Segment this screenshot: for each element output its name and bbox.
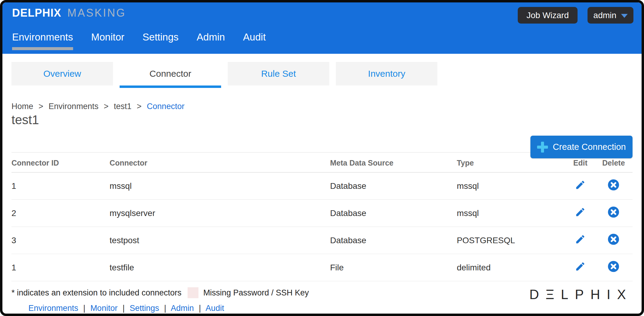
header-actions: Job Wizard admin (518, 7, 633, 24)
nav-item-settings[interactable]: Settings (143, 31, 179, 50)
pencil-icon (575, 179, 586, 190)
cell-connector: mssql (110, 173, 330, 200)
nav-item-monitor[interactable]: Monitor (91, 31, 124, 50)
tab-inventory[interactable]: Inventory (336, 62, 437, 85)
pencil-icon (575, 207, 586, 218)
nav-item-admin[interactable]: Admin (197, 31, 225, 50)
job-wizard-button[interactable]: Job Wizard (518, 7, 578, 24)
section-tabs: Overview Connector Rule Set Inventory (11, 62, 642, 85)
tab-overview[interactable]: Overview (11, 62, 113, 85)
delete-button[interactable] (607, 179, 620, 191)
delete-button[interactable] (607, 206, 620, 218)
edit-button[interactable] (575, 234, 586, 245)
missing-password-swatch (188, 287, 198, 298)
pencil-icon (575, 234, 586, 245)
user-menu-label: admin (593, 11, 616, 20)
table-row: 1 mssql Database mssql (11, 173, 633, 200)
breadcrumb-home[interactable]: Home (11, 102, 33, 111)
extension-note: * indicates an extension to included con… (11, 288, 182, 298)
footer-link-audit[interactable]: Audit (205, 304, 224, 313)
footer-link-admin[interactable]: Admin (171, 304, 194, 313)
plus-icon (537, 142, 548, 153)
footer-separator: | (123, 304, 125, 313)
edit-button[interactable] (575, 179, 586, 190)
column-header-connector: Connector (110, 153, 330, 173)
connector-table: Connector ID Connector Meta Data Source … (11, 152, 633, 281)
caret-down-icon (621, 14, 628, 18)
circle-x-icon (607, 179, 620, 191)
edit-button[interactable] (575, 261, 586, 272)
breadcrumb-separator: > (104, 102, 108, 111)
cell-connector-id: 1 (11, 254, 110, 281)
app-window: DELPHIX MASKING Environments Monitor Set… (0, 0, 644, 316)
page-title: test1 (11, 113, 633, 127)
table-row: 2 mysqlserver Database mssql (11, 200, 633, 227)
delphix-footer-logo: DΞLPHIX (529, 287, 633, 302)
delete-button[interactable] (607, 260, 620, 272)
table-row: 3 testpost Database POSTGRESQL (11, 227, 633, 254)
edit-button[interactable] (575, 207, 586, 218)
footer-link-environments[interactable]: Environments (28, 304, 78, 313)
table-row: 1 testfile File delimited (11, 254, 633, 281)
cell-type: mssql (457, 200, 566, 227)
breadcrumb-separator: > (137, 102, 142, 111)
delete-button[interactable] (607, 233, 620, 245)
tab-connector[interactable]: Connector (120, 62, 221, 85)
tab-rule-set[interactable]: Rule Set (228, 62, 329, 85)
main-content: Home > Environments > test1 > Connector … (2, 102, 642, 313)
cell-type: POSTGRESQL (457, 227, 566, 254)
brand-logo: DELPHIX MASKING (12, 7, 126, 19)
footer-link-monitor[interactable]: Monitor (90, 304, 118, 313)
cell-meta-data-source: File (330, 254, 457, 281)
footer-nav: Environments | Monitor | Settings | Admi… (28, 304, 633, 313)
pencil-icon (575, 261, 586, 272)
primary-nav: Environments Monitor Settings Admin Audi… (12, 31, 266, 50)
top-header: DELPHIX MASKING Environments Monitor Set… (2, 2, 642, 54)
breadcrumb-test1[interactable]: test1 (114, 102, 132, 111)
user-menu-button[interactable]: admin (588, 7, 633, 24)
breadcrumb-environments[interactable]: Environments (49, 102, 98, 111)
footer-separator: | (164, 304, 166, 313)
cell-meta-data-source: Database (330, 200, 457, 227)
footer-link-settings[interactable]: Settings (130, 304, 159, 313)
cell-connector-id: 1 (11, 173, 110, 200)
column-header-meta-data-source: Meta Data Source (330, 153, 457, 173)
nav-item-audit[interactable]: Audit (243, 31, 266, 50)
circle-x-icon (607, 260, 620, 272)
cell-type: mssql (457, 173, 566, 200)
cell-connector: testfile (110, 254, 330, 281)
cell-connector-id: 3 (11, 227, 110, 254)
create-connection-label: Create Connection (553, 142, 626, 152)
cell-connector: mysqlserver (110, 200, 330, 227)
footer-separator: | (83, 304, 85, 313)
column-header-connector-id: Connector ID (11, 153, 110, 173)
nav-item-environments[interactable]: Environments (12, 31, 73, 50)
circle-x-icon (607, 233, 620, 245)
cell-meta-data-source: Database (330, 227, 457, 254)
breadcrumb: Home > Environments > test1 > Connector (11, 102, 633, 111)
connector-table-wrap: Connector ID Connector Meta Data Source … (11, 152, 633, 281)
circle-x-icon (607, 206, 620, 218)
cell-type: delimited (457, 254, 566, 281)
missing-password-label: Missing Password / SSH Key (203, 288, 309, 298)
cell-meta-data-source: Database (330, 173, 457, 200)
cell-connector-id: 2 (11, 200, 110, 227)
footer-separator: | (199, 304, 201, 313)
brand-primary: DELPHIX (12, 7, 61, 19)
breadcrumb-separator: > (39, 102, 43, 111)
create-connection-button[interactable]: Create Connection (530, 136, 633, 158)
cell-connector: testpost (110, 227, 330, 254)
breadcrumb-current-connector[interactable]: Connector (147, 102, 185, 111)
brand-secondary: MASKING (67, 7, 126, 19)
